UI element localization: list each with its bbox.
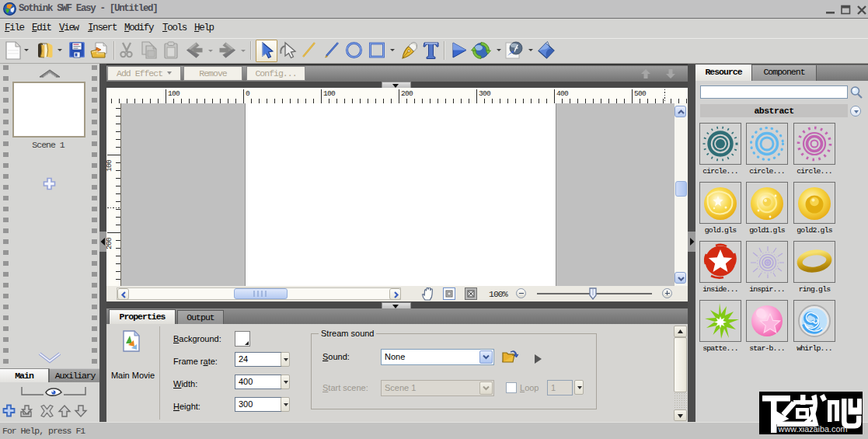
svg-text:www.xiazaiba.com: www.xiazaiba.com	[778, 424, 848, 434]
